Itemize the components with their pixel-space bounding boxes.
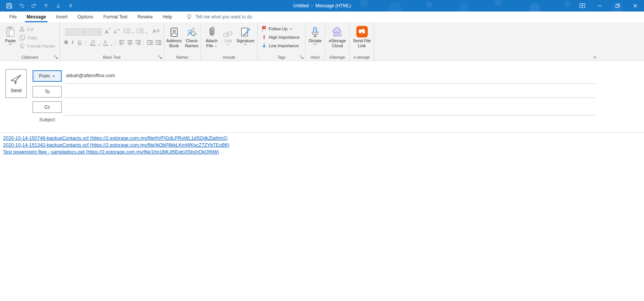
italic-button[interactable]: I xyxy=(72,39,74,45)
low-importance-button[interactable]: Low Importance xyxy=(261,43,299,48)
cut-button[interactable]: Cut xyxy=(19,26,33,32)
address-book-button[interactable]: Address Book xyxy=(166,24,182,48)
attachment-link[interactable]: Test powerpoint filee - sampledocs.ppt (… xyxy=(3,149,219,155)
tab-format-text[interactable]: Format Text xyxy=(98,12,132,22)
names-group-label: Names xyxy=(164,55,200,60)
tab-insert[interactable]: Insert xyxy=(51,12,72,22)
bullets-dropdown-icon xyxy=(132,32,135,34)
font-name-dropdown[interactable] xyxy=(65,28,87,36)
tab-file[interactable]: File xyxy=(4,12,21,22)
tags-dialog-launcher-icon[interactable] xyxy=(300,55,304,60)
attach-file-label: Attach File xyxy=(204,38,219,48)
format-painter-icon xyxy=(19,43,25,49)
save-icon xyxy=(6,3,12,9)
undo-button[interactable] xyxy=(17,1,26,10)
align-left-button[interactable] xyxy=(119,40,125,45)
estorage-cloud-icon xyxy=(332,27,343,38)
basic-text-dialog-launcher-icon[interactable] xyxy=(158,55,163,60)
svg-text:A: A xyxy=(113,29,117,35)
to-label: To xyxy=(45,89,50,94)
attachment-link[interactable]: 2020-10-14-151342-backupContacts.vcf (ht… xyxy=(3,142,229,149)
format-painter-button[interactable]: Format Painter xyxy=(19,43,55,49)
svg-text:e: e xyxy=(361,31,363,35)
from-field-value[interactable]: atikah@afteroffice.com xyxy=(66,73,115,78)
ribbon-group-clipboard: Paste Cut Copy xyxy=(0,22,60,61)
align-center-button[interactable] xyxy=(127,40,133,45)
ribbon-group-e-storage: e Send File Link e-storage xyxy=(350,22,374,61)
low-importance-icon xyxy=(261,43,267,48)
from-label: From xyxy=(39,73,50,79)
tab-options[interactable]: Options xyxy=(72,12,98,22)
dictate-label: Dictate xyxy=(309,38,322,43)
bullets-button[interactable] xyxy=(123,28,135,34)
redo-button[interactable] xyxy=(29,1,38,10)
numbering-icon: 1 2 3 xyxy=(136,28,144,34)
dictate-dropdown-icon xyxy=(314,43,317,45)
e-storage-group-label: e-storage xyxy=(350,55,374,60)
arrow-down-icon xyxy=(56,3,61,9)
move-down-button[interactable] xyxy=(54,1,63,10)
estorage-cloud-button[interactable]: eStorage Cloud xyxy=(326,24,349,48)
underline-icon: U xyxy=(78,39,82,45)
attachment-link[interactable]: 2020-10-14-150748-backupContacts.vcf (ht… xyxy=(3,135,228,142)
message-body-editor[interactable]: 2020-10-14-150748-backupContacts.vcf (ht… xyxy=(0,133,644,155)
font-name-dropdown-icon xyxy=(83,31,86,33)
underline-button[interactable]: U xyxy=(78,39,82,45)
cc-button[interactable]: Cc xyxy=(33,101,62,113)
signature-button[interactable]: Signature xyxy=(235,24,255,45)
restore-down-icon xyxy=(615,3,620,8)
move-up-button[interactable] xyxy=(41,1,51,10)
send-button[interactable]: Send xyxy=(5,69,27,98)
dictate-button[interactable]: Dictate xyxy=(306,24,324,45)
to-button[interactable]: To xyxy=(33,86,62,98)
paste-button[interactable]: Paste xyxy=(3,24,18,45)
clipboard-dialog-launcher-icon[interactable] xyxy=(54,55,58,60)
cc-field-underline xyxy=(65,115,595,116)
link-button[interactable]: Link xyxy=(222,24,235,45)
dictate-microphone-icon xyxy=(310,27,320,38)
paste-label: Paste xyxy=(5,38,16,43)
bold-button[interactable]: B xyxy=(64,39,68,45)
cut-label: Cut xyxy=(27,27,33,31)
tell-me-box[interactable]: Tell me what you want to do xyxy=(186,12,252,22)
font-color-button[interactable]: A xyxy=(103,39,113,46)
check-names-button[interactable]: Check Names xyxy=(183,24,200,48)
send-file-link-button[interactable]: e Send File Link xyxy=(350,24,373,48)
svg-text:3: 3 xyxy=(136,32,138,34)
tab-help[interactable]: Help xyxy=(158,12,177,22)
outlook-message-window: Untitled - Message (HTML) xyxy=(0,0,644,301)
align-right-button[interactable] xyxy=(135,40,141,45)
increase-indent-button[interactable] xyxy=(155,40,162,45)
font-size-dropdown[interactable] xyxy=(88,28,102,36)
tab-review[interactable]: Review xyxy=(133,12,158,22)
copy-label: Copy xyxy=(27,35,37,40)
ribbon-group-voice: Dictate Voice xyxy=(306,22,325,61)
attach-file-button[interactable]: Attach File xyxy=(203,24,220,48)
clipboard-group-label: Clipboard xyxy=(0,55,59,60)
ribbon-group-tags: Follow Up ! High Importance Low Importan… xyxy=(258,22,306,61)
from-button[interactable]: From xyxy=(33,70,62,82)
customize-quick-access-toolbar-button[interactable] xyxy=(66,1,75,10)
collapse-ribbon-icon[interactable] xyxy=(593,56,597,59)
estorage-group-label: eStorage xyxy=(325,55,349,60)
check-names-icon xyxy=(187,27,197,38)
close-button[interactable] xyxy=(626,0,644,12)
follow-up-button[interactable]: Follow Up xyxy=(261,26,292,32)
text-highlight-button[interactable] xyxy=(90,39,101,46)
grow-font-button[interactable]: A xyxy=(104,27,111,35)
ribbon-display-options-button[interactable] xyxy=(573,0,591,12)
shrink-font-icon: A xyxy=(113,28,120,35)
copy-icon xyxy=(19,35,25,41)
decrease-indent-button[interactable] xyxy=(146,40,153,45)
numbering-button[interactable]: 1 2 3 xyxy=(136,28,148,34)
tab-message[interactable]: Message xyxy=(21,12,51,22)
save-button[interactable] xyxy=(5,1,14,10)
align-right-icon xyxy=(135,40,141,45)
high-importance-button[interactable]: ! High Importance xyxy=(261,34,300,40)
clear-formatting-button[interactable]: A xyxy=(153,27,160,35)
minimize-button[interactable] xyxy=(591,0,609,12)
bold-icon: B xyxy=(64,39,68,45)
copy-button[interactable]: Copy xyxy=(19,35,37,41)
restore-down-button[interactable] xyxy=(609,0,626,12)
shrink-font-button[interactable]: A xyxy=(113,28,120,35)
